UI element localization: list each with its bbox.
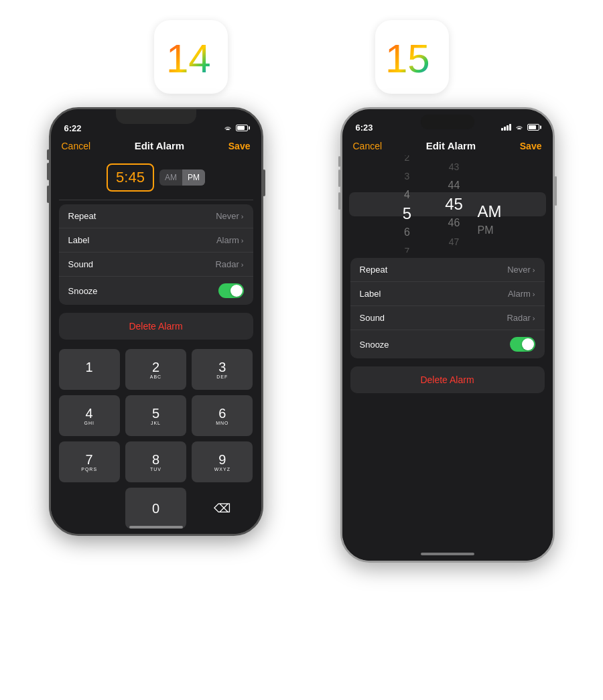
ios15-logo: 15 <box>375 20 449 94</box>
wheel-min-47: 47 <box>431 232 478 251</box>
phone-15-snooze-toggle[interactable] <box>510 337 535 352</box>
wheel-hour-3: 3 <box>384 167 431 186</box>
phone-15-repeat-value: Never › <box>507 265 535 275</box>
phone-14-title: Edit Alarm <box>135 140 184 151</box>
keypad-row-2: 4 GHI 5 JKL 6 MNO <box>59 395 253 436</box>
phone-14-pm-btn[interactable]: PM <box>182 169 205 186</box>
phone-14-volume-down <box>47 186 50 203</box>
phone-15-sound-row[interactable]: Sound Radar › <box>350 306 545 330</box>
phone-15-sound-chevron: › <box>533 314 535 322</box>
key-5[interactable]: 5 JKL <box>125 395 186 436</box>
phone-15-delete-label: Delete Alarm <box>420 374 474 385</box>
phone-15-shell: 6:23 <box>340 107 555 563</box>
phone-14-repeat-label: Repeat <box>68 211 96 221</box>
phone-14-time-display[interactable]: 5:45 <box>107 163 154 192</box>
keypad-row-4: 0 ⌫ <box>59 488 253 529</box>
key-3[interactable]: 3 DEF <box>192 349 253 390</box>
phone-14-snooze-toggle[interactable] <box>218 283 244 298</box>
phone-15-power <box>555 176 557 206</box>
wheel-ampm: AM PM <box>478 169 511 240</box>
phone-14-repeat-value: Never › <box>216 211 243 221</box>
phone-15-wheel-picker[interactable]: 2 3 4 5 6 7 42 43 44 45 46 47 <box>342 155 553 253</box>
phone-14-label-label: Label <box>68 235 90 245</box>
phone-14-time-picker: 5:45 AM PM <box>51 155 261 200</box>
phone-15-cancel[interactable]: Cancel <box>353 141 383 151</box>
wheel-hour-7: 7 <box>384 242 431 253</box>
key-9[interactable]: 9 WXYZ <box>192 441 253 482</box>
key-8[interactable]: 8 TUV <box>125 441 186 482</box>
wheel-min-48: 48 <box>431 251 478 253</box>
phone-14-cancel[interactable]: Cancel <box>62 141 91 151</box>
phone-14-home-indicator <box>129 526 183 529</box>
wheel-minutes: 42 43 44 45 46 47 48 <box>431 155 478 253</box>
phone-14-sound-label: Sound <box>68 259 94 269</box>
key-7[interactable]: 7 PQRS <box>59 441 120 482</box>
phone-14-keypad: 1 2 ABC 3 DEF 4 GHI <box>51 344 261 534</box>
phone-15-repeat-label: Repeat <box>360 265 388 275</box>
phone-14-snooze-row: Snooze <box>59 277 253 305</box>
phone-14-volume-up <box>47 163 50 180</box>
phone-15-repeat-row[interactable]: Repeat Never › <box>350 258 545 282</box>
wifi-icon-15 <box>515 124 524 131</box>
key-0[interactable]: 0 <box>125 488 187 529</box>
phone-15-repeat-chevron: › <box>533 266 535 274</box>
key-2[interactable]: 2 ABC <box>125 349 186 390</box>
phone-15-toggle-knob <box>522 338 534 350</box>
wheel-hours: 2 3 4 5 6 7 <box>384 155 431 253</box>
phone-15-sound-label: Sound <box>360 313 385 323</box>
phone-14-toggle-knob <box>230 285 243 297</box>
wheel-hour-2: 2 <box>384 155 431 167</box>
phone-15-label-row[interactable]: Label Alarm › <box>350 282 545 306</box>
phone-14-delete-btn[interactable]: Delete Alarm <box>59 313 253 340</box>
key-spacer <box>59 488 120 529</box>
key-delete[interactable]: ⌫ <box>192 488 253 529</box>
phone-15-save[interactable]: Save <box>520 141 542 151</box>
phone-14-nav-bar: Cancel Edit Alarm Save <box>51 136 261 155</box>
phone-15-home-indicator <box>421 553 474 555</box>
phone-14-sound-row[interactable]: Sound Radar › <box>59 253 253 277</box>
phone-15-delete-btn[interactable]: Delete Alarm <box>350 366 545 393</box>
phone-15-settings: Repeat Never › Label Alarm › Sound <box>350 258 545 358</box>
key-6[interactable]: 6 MNO <box>192 395 253 436</box>
phone-15-label-chevron: › <box>533 290 535 298</box>
phone-14-time-value: 5:45 <box>116 169 145 186</box>
phone-14-shell: 6:22 Cancel Edit Alarm Save <box>49 107 263 536</box>
phone-14-ampm-group: AM PM <box>159 169 205 186</box>
phone-14-repeat-row[interactable]: Repeat Never › <box>59 204 253 228</box>
battery-icon-15 <box>527 124 539 131</box>
phone-15-label-value: Alarm › <box>508 289 535 299</box>
phone-14-label-row[interactable]: Label Alarm › <box>59 228 253 253</box>
phone-14-sound-chevron: › <box>241 261 244 269</box>
phone-15-screen: 6:23 <box>342 109 553 561</box>
phone-14-save[interactable]: Save <box>228 141 251 151</box>
key-1[interactable]: 1 <box>59 349 120 390</box>
phone-14-power <box>263 169 265 196</box>
wheel-min-46: 46 <box>431 214 478 232</box>
phone-14-label-value: Alarm › <box>216 235 244 245</box>
logos-row: 14 15 <box>0 0 603 107</box>
phone-14-am-btn[interactable]: AM <box>159 169 182 186</box>
wheel-pm: PM <box>478 221 511 240</box>
phone-14-settings: Repeat Never › Label Alarm › Sound <box>59 204 253 305</box>
phone-15-delete-section: Delete Alarm <box>350 366 545 393</box>
phone-15-status-icons <box>501 124 539 131</box>
keypad-row-3: 7 PQRS 8 TUV 9 WXYZ <box>59 441 253 482</box>
phone-15-volume-down <box>338 192 340 210</box>
phones-row: 6:22 Cancel Edit Alarm Save <box>0 107 603 563</box>
phone-14-notch <box>116 109 196 124</box>
svg-text:15: 15 <box>385 36 430 81</box>
phone-15-mute <box>338 156 340 167</box>
phone-14-repeat-chevron: › <box>241 212 244 220</box>
wheel-min-43: 43 <box>431 157 478 176</box>
key-4[interactable]: 4 GHI <box>59 395 120 436</box>
phone-15-sound-value: Radar › <box>507 313 535 323</box>
phone-15-label-label: Label <box>360 289 381 299</box>
phone-14-screen: 6:22 Cancel Edit Alarm Save <box>51 109 261 534</box>
wheel-min-45: 45 <box>431 195 478 214</box>
phone-14-mute <box>47 149 50 160</box>
phone-15-nav-bar: Cancel Edit Alarm Save <box>342 136 553 155</box>
phone-15-snooze-label: Snooze <box>360 340 389 350</box>
wheel-hour-6: 6 <box>384 223 431 242</box>
phone-15-empty-space <box>342 397 553 561</box>
wheel-hour-4: 4 <box>384 186 431 204</box>
